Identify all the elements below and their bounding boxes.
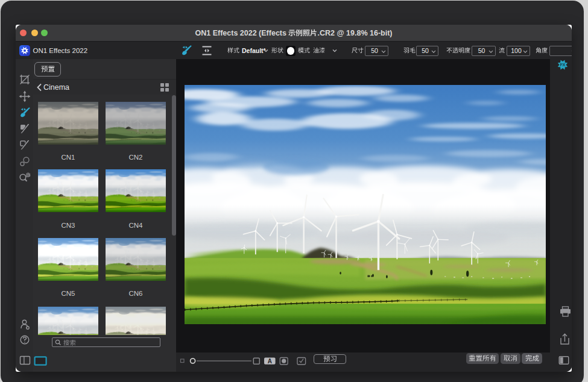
svg-text:A: A	[268, 358, 272, 365]
svg-text:FX: FX	[560, 63, 566, 67]
